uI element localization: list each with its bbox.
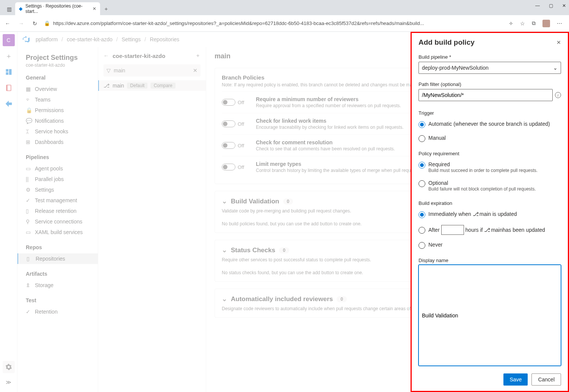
nav-pipelines-settings[interactable]: ⚙Settings bbox=[26, 184, 92, 195]
count-badge: 0 bbox=[283, 198, 293, 205]
display-name-input[interactable] bbox=[419, 265, 561, 366]
pipelines-icon[interactable] bbox=[3, 98, 15, 110]
info-icon[interactable]: i bbox=[555, 92, 561, 98]
toggle[interactable] bbox=[222, 99, 235, 106]
nav-xaml-build[interactable]: ▭XAML build services bbox=[26, 227, 92, 237]
favorites-icon[interactable]: ☆ bbox=[520, 20, 525, 27]
hooks-icon: ᛯ bbox=[26, 128, 31, 134]
address-bar[interactable]: 🔒 https://dev.azure.com/pplatform/coe-st… bbox=[44, 20, 504, 26]
chevron-down-icon: ⌄ bbox=[553, 65, 558, 71]
chevron-down-icon[interactable]: ⌄ bbox=[222, 197, 227, 205]
trigger-label: Trigger bbox=[419, 110, 561, 116]
add-icon[interactable]: ＋ bbox=[195, 52, 201, 59]
breadcrumb-area[interactable]: Settings bbox=[118, 36, 145, 42]
site-settings-icon[interactable]: ✧ bbox=[509, 20, 513, 27]
repo-branch-column: ← coe-starter-kit-azdo ＋ ▽ main ✕ ⎇ main… bbox=[98, 47, 206, 392]
nav-overview[interactable]: ▦Overview bbox=[26, 84, 92, 94]
browser-toolbar: ← → ↻ 🔒 https://dev.azure.com/pplatform/… bbox=[0, 15, 569, 32]
browser-menu-icon[interactable]: ⋯ bbox=[557, 20, 562, 27]
settings-group-repos: Repos bbox=[26, 244, 92, 250]
chevron-down-icon[interactable]: ⌄ bbox=[222, 246, 227, 254]
nav-parallel-jobs[interactable]: ||Parallel jobs bbox=[26, 174, 92, 184]
add-build-policy-panel: Add build policy ✕ Build pipeline * depl… bbox=[411, 32, 569, 392]
pipeline-label: Build pipeline * bbox=[419, 54, 561, 60]
nav-test-management[interactable]: ✓Test management bbox=[26, 195, 92, 206]
pipeline-value: deploy-prod-MyNewSolution bbox=[422, 65, 489, 71]
page-title: Project Settings bbox=[26, 54, 92, 62]
save-button[interactable]: Save bbox=[503, 373, 528, 386]
nav-back-icon[interactable]: ← bbox=[3, 20, 12, 27]
breadcrumb-org[interactable]: pplatform bbox=[32, 36, 61, 42]
toggle[interactable] bbox=[222, 120, 235, 127]
count-badge: 0 bbox=[337, 296, 347, 302]
tab-title: Settings · Repositories (coe-start... bbox=[25, 3, 89, 14]
branch-icon: ⎇ main bbox=[483, 227, 503, 233]
retention-icon: ✓ bbox=[26, 309, 31, 315]
policy-optional[interactable]: Optional Build failure will not block co… bbox=[419, 180, 561, 192]
cancel-button[interactable]: Cancel bbox=[531, 373, 561, 386]
breadcrumb-project[interactable]: coe-starter-kit-azdo bbox=[63, 36, 116, 42]
pipeline-select[interactable]: deploy-prod-MyNewSolution ⌄ bbox=[419, 62, 561, 74]
xaml-icon: ▭ bbox=[26, 229, 31, 235]
collections-icon[interactable]: ⧉ bbox=[532, 20, 536, 27]
exp-immediately[interactable]: Immediately when ⎇ main is updated bbox=[419, 211, 561, 218]
chevron-down-icon[interactable]: ⌄ bbox=[222, 295, 227, 303]
retention-icon: ▯ bbox=[26, 208, 31, 214]
agent-icon: ▭ bbox=[26, 166, 31, 172]
nav-permissions[interactable]: 🔒Permissions bbox=[26, 105, 92, 116]
nav-service-hooks[interactable]: ᛯService hooks bbox=[26, 126, 92, 137]
nav-forward-icon: → bbox=[17, 20, 26, 27]
new-tab-button[interactable]: ＋ bbox=[100, 3, 112, 15]
rail-add-icon[interactable]: ＋ bbox=[3, 50, 15, 62]
expiration-label: Build expiration bbox=[419, 200, 561, 206]
window-minimize[interactable]: — bbox=[535, 3, 540, 8]
profile-avatar[interactable] bbox=[542, 20, 550, 27]
path-filter-input[interactable] bbox=[419, 89, 553, 101]
rail-expand-icon[interactable]: ≫ bbox=[3, 376, 15, 388]
back-icon[interactable]: ← bbox=[103, 53, 109, 59]
filter-icon: ▽ bbox=[107, 67, 111, 73]
exp-never[interactable]: Never bbox=[419, 242, 561, 249]
boards-icon[interactable] bbox=[3, 66, 15, 78]
policy-required[interactable]: Required Build must succeed in order to … bbox=[419, 161, 561, 173]
repos-icon[interactable] bbox=[3, 82, 15, 94]
trigger-manual[interactable]: Manual bbox=[419, 135, 561, 142]
azure-devops-logo-icon[interactable] bbox=[20, 36, 32, 43]
branch-item-main[interactable]: ⎇ main Default Compare bbox=[98, 80, 206, 91]
dashboards-icon: ⊞ bbox=[26, 139, 31, 145]
nav-refresh-icon[interactable]: ↻ bbox=[30, 20, 39, 27]
trigger-automatic[interactable]: Automatic (whenever the source branch is… bbox=[419, 121, 561, 128]
branch-filter-input[interactable]: ▽ main ✕ bbox=[103, 64, 201, 77]
nav-storage[interactable]: ⇭Storage bbox=[26, 280, 92, 290]
project-avatar[interactable]: C bbox=[3, 34, 15, 46]
project-settings-icon[interactable] bbox=[3, 361, 15, 373]
tab-close-icon[interactable]: ✕ bbox=[92, 6, 96, 11]
settings-group-test: Test bbox=[26, 297, 92, 303]
clear-filter-icon[interactable]: ✕ bbox=[193, 67, 198, 73]
close-icon[interactable]: ✕ bbox=[556, 39, 561, 45]
window-close[interactable]: ✕ bbox=[562, 3, 566, 8]
breadcrumb-page[interactable]: Repositories bbox=[146, 36, 183, 42]
nav-teams[interactable]: ᯤTeams bbox=[26, 94, 92, 105]
nav-repositories[interactable]: ▯Repositories bbox=[17, 253, 98, 264]
nav-service-connections[interactable]: ⚲Service connections bbox=[26, 216, 92, 227]
nav-release-retention[interactable]: ▯Release retention bbox=[26, 206, 92, 216]
radio-icon bbox=[419, 135, 425, 142]
toggle[interactable] bbox=[222, 164, 235, 170]
test-icon: ✓ bbox=[26, 197, 31, 203]
hours-input[interactable] bbox=[441, 225, 464, 235]
teams-icon: ᯤ bbox=[26, 97, 31, 103]
browser-tab[interactable]: ◆ Settings · Repositories (coe-start... … bbox=[15, 2, 100, 15]
nav-notifications[interactable]: 💬Notifications bbox=[26, 116, 92, 126]
tab-actions-icon[interactable]: ▥ bbox=[3, 3, 15, 15]
toggle[interactable] bbox=[222, 142, 235, 149]
panel-title: Add build policy bbox=[419, 38, 475, 47]
window-maximize[interactable]: ▢ bbox=[549, 3, 553, 8]
connection-icon: ⚲ bbox=[26, 219, 31, 225]
nav-retention[interactable]: ✓Retention bbox=[26, 306, 92, 317]
radio-icon bbox=[419, 227, 425, 234]
nav-agent-pools[interactable]: ▭Agent pools bbox=[26, 163, 92, 174]
nav-dashboards[interactable]: ⊞Dashboards bbox=[26, 137, 92, 147]
exp-after-hours[interactable]: After hours if ⎇ main has been updated bbox=[419, 225, 561, 235]
lock-icon: 🔒 bbox=[26, 107, 31, 113]
